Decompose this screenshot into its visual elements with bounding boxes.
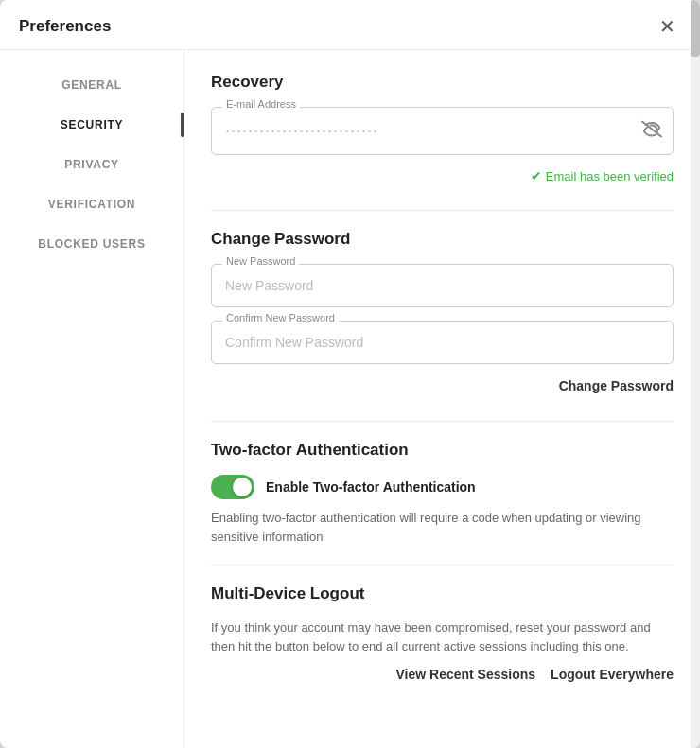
sidebar-item-verification[interactable]: VERIFICATION xyxy=(0,184,184,224)
multi-device-title: Multi-Device Logout xyxy=(211,584,674,603)
sidebar-item-general[interactable]: GENERAL xyxy=(0,65,184,105)
email-verified-status: ✔ Email has been verified xyxy=(211,168,674,183)
two-factor-toggle-label: Enable Two-factor Authentication xyxy=(266,479,476,495)
eye-icon[interactable] xyxy=(641,120,662,142)
scrollbar-thumb[interactable] xyxy=(691,50,700,57)
close-button[interactable]: ✕ xyxy=(654,15,681,38)
dialog-header: Preferences ✕ xyxy=(0,0,700,50)
sidebar-item-privacy[interactable]: PRIVACY xyxy=(0,145,184,184)
change-password-button[interactable]: Change Password xyxy=(559,378,674,393)
divider-2 xyxy=(211,421,674,422)
two-factor-toggle[interactable] xyxy=(211,475,254,499)
checkmark-icon: ✔ xyxy=(531,168,542,183)
divider-1 xyxy=(211,210,674,211)
email-field-group: E-mail Address xyxy=(211,107,674,155)
sidebar-item-security[interactable]: SECURITY xyxy=(0,105,184,145)
change-password-title: Change Password xyxy=(211,230,674,249)
recovery-title: Recovery xyxy=(211,73,674,92)
toggle-row: Enable Two-factor Authentication xyxy=(211,475,674,499)
new-password-field-group: New Password xyxy=(211,264,674,307)
email-input[interactable] xyxy=(211,107,674,155)
new-password-input[interactable] xyxy=(211,264,674,307)
confirm-password-label: Confirm New Password xyxy=(222,312,339,323)
two-factor-description: Enabling two-factor authentication will … xyxy=(211,509,674,546)
confirm-password-input[interactable] xyxy=(211,321,674,364)
change-password-section: Change Password New Password Confirm New… xyxy=(211,230,674,394)
multi-device-links: View Recent Sessions Logout Everywhere xyxy=(211,667,674,682)
two-factor-section: Two-factor Authentication Enable Two-fac… xyxy=(211,441,674,546)
new-password-label: New Password xyxy=(222,255,299,267)
dialog-title: Preferences xyxy=(19,17,111,36)
sidebar: GENERAL SECURITY PRIVACY VERIFICATION BL… xyxy=(0,50,184,748)
multi-device-section: Multi-Device Logout If you think your ac… xyxy=(211,584,674,682)
toggle-knob xyxy=(233,478,252,496)
dialog-body: GENERAL SECURITY PRIVACY VERIFICATION BL… xyxy=(0,50,700,748)
main-content: Recovery E-mail Address ✔ xyxy=(184,50,700,748)
two-factor-title: Two-factor Authentication xyxy=(211,441,674,460)
preferences-dialog: Preferences ✕ GENERAL SECURITY PRIVACY V… xyxy=(0,0,700,748)
confirm-password-field-group: Confirm New Password xyxy=(211,321,674,364)
sidebar-item-blocked-users[interactable]: BLOCKED USERS xyxy=(0,224,184,264)
change-password-action: Change Password xyxy=(211,377,674,394)
multi-device-description: If you think your account may have been … xyxy=(211,618,674,655)
recovery-section: Recovery E-mail Address ✔ xyxy=(211,73,674,183)
view-sessions-button[interactable]: View Recent Sessions xyxy=(395,667,535,682)
scrollbar-track[interactable] xyxy=(691,50,700,748)
logout-everywhere-button[interactable]: Logout Everywhere xyxy=(551,667,674,682)
divider-3 xyxy=(211,565,674,565)
email-label: E-mail Address xyxy=(222,98,300,110)
